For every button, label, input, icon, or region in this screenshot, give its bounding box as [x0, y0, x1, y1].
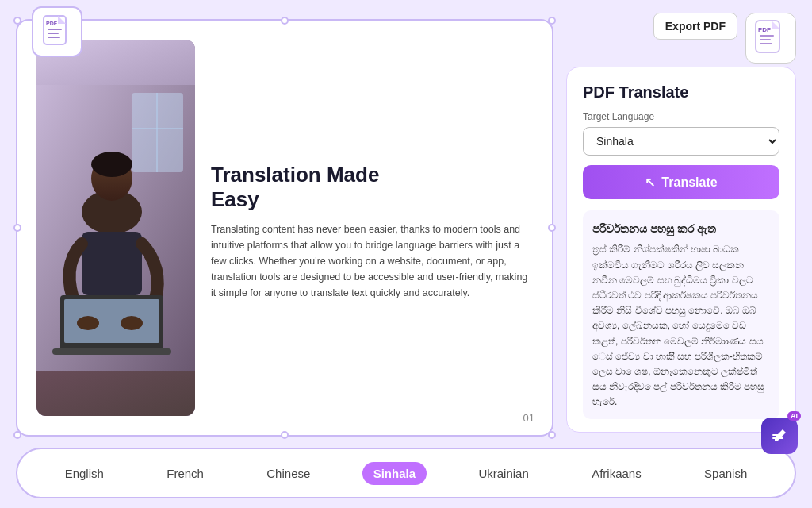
- export-area: Export PDF PDF: [653, 13, 796, 64]
- translate-button-label: Translate: [661, 175, 717, 190]
- translate-card-title: PDF Translate: [583, 83, 779, 102]
- export-pdf-icon-box: PDF: [745, 13, 796, 64]
- page-number: 01: [523, 412, 534, 424]
- lang-sinhala[interactable]: Sinhala: [362, 462, 427, 485]
- translated-title: පරිවර්තනය පහසු කර ඇත: [592, 220, 770, 237]
- document-title: Translation Made Easy: [211, 163, 530, 212]
- ai-label: AI: [787, 411, 801, 421]
- lang-chinese[interactable]: Chinese: [255, 462, 321, 485]
- corner-dot-ml: [13, 224, 21, 232]
- corner-dot-tl: [13, 17, 21, 25]
- export-pdf-button[interactable]: Export PDF: [653, 13, 737, 40]
- translate-card: PDF Translate Target Language Sinhala En…: [566, 67, 796, 433]
- svg-rect-16: [52, 348, 171, 355]
- lang-french[interactable]: French: [155, 462, 215, 485]
- svg-rect-22: [760, 39, 771, 40]
- corner-dot-br: [548, 431, 556, 439]
- lang-spanish[interactable]: Spanish: [693, 462, 758, 485]
- svg-rect-2: [48, 33, 59, 34]
- translated-body: ත්‍රස් කිරීම් නිශ්පක්ෂකින් භාෂා බාධක ඉක්…: [592, 242, 770, 410]
- svg-rect-3: [48, 37, 60, 38]
- pdf-icon-card: PDF: [32, 6, 82, 57]
- svg-rect-1: [48, 29, 62, 30]
- language-bar: English French Chinese Sinhala Ukrainian…: [16, 448, 796, 498]
- cursor-icon: ↖: [645, 175, 655, 190]
- document-image: [36, 40, 195, 416]
- svg-text:PDF: PDF: [758, 26, 771, 33]
- corner-dot-mr: [548, 224, 556, 232]
- svg-rect-21: [760, 35, 774, 37]
- svg-rect-12: [82, 232, 142, 295]
- translated-text-box: පරිවර්තනය පහසු කර ඇත ත්‍රස් කිරීම් නිශ්ප…: [583, 210, 779, 419]
- corner-dot-tm: [281, 17, 289, 25]
- lang-afrikaans[interactable]: Afrikaans: [580, 462, 653, 485]
- target-lang-label: Target Language: [583, 111, 779, 122]
- ai-float-button[interactable]: AI: [761, 418, 798, 454]
- left-document-card: PDF: [16, 19, 553, 437]
- lang-english[interactable]: English: [54, 462, 115, 485]
- edit-icon: [770, 426, 789, 445]
- document-text-area: Translation Made Easy Translating conten…: [211, 40, 530, 416]
- document-body: Translating content has never been easie…: [211, 221, 530, 301]
- svg-point-11: [91, 152, 132, 177]
- right-panel: Export PDF PDF PDF Translate Target Lang…: [566, 19, 796, 437]
- translate-button[interactable]: ↖ Translate: [583, 165, 779, 199]
- target-language-select[interactable]: Sinhala English French Chinese Spanish U…: [583, 127, 779, 156]
- svg-rect-23: [760, 43, 772, 44]
- svg-text:PDF: PDF: [46, 21, 58, 26]
- corner-dot-bl: [13, 431, 21, 439]
- lang-ukrainian[interactable]: Ukrainian: [467, 462, 539, 485]
- corner-dot-bm: [281, 431, 289, 439]
- corner-dot-tr: [548, 17, 556, 25]
- svg-point-18: [121, 316, 143, 330]
- svg-point-17: [77, 316, 99, 330]
